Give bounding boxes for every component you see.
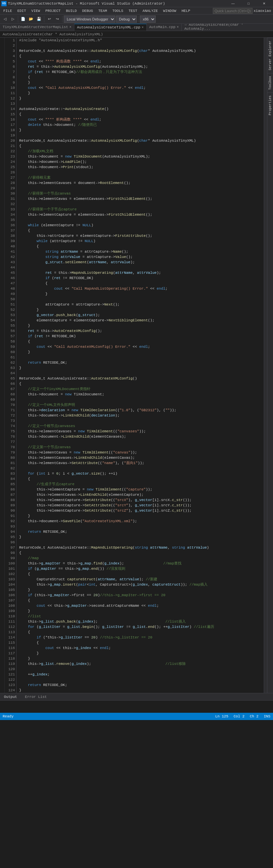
menu-window[interactable]: WINDOW [161,8,179,13]
line-number: 17 [6,122,15,127]
breakpoint-margin [0,38,5,693]
line-number: 2 [6,43,15,48]
window-title: TinyXMLEnumStructVectorMapList - Microso… [8,2,225,6]
code-line [19,133,261,138]
line-number: 103 [6,577,15,582]
app-window: VS TinyXMLEnumStructVectorMapList - Micr… [0,0,273,720]
code-line: //获得第一个子节点capture [19,207,261,212]
tab-cpp-close[interactable]: × [142,26,144,29]
quick-launch-input[interactable] [213,8,252,14]
code-line: //加载XML文档 [19,149,261,154]
code-line: for (g_listIter = g_list.begin(); g_list… [19,624,261,629]
nav-label: → AutoAnalysisCreate(char * AutoAnaly... [184,24,270,31]
code-line: AutoAnalysisCreate::~AutoAnalysisCreate(… [19,106,261,112]
toolbox-tab[interactable]: Toolbox [267,73,273,92]
line-number: 84 [6,476,15,482]
line-number: 86 [6,487,15,492]
open-file-button[interactable]: 📂 [27,16,35,23]
line-number: 98 [6,550,15,556]
menu-tools[interactable]: TOOLS [110,8,126,13]
code-line: //定义一个XML文件头部声明 [19,402,261,408]
properties-tab[interactable]: Properties [267,92,273,118]
scrollbar[interactable] [264,38,267,693]
menu-edit[interactable]: EDIT [14,8,28,13]
line-number: 109 [6,609,15,614]
menu-analyze[interactable]: ANALYZE [140,8,160,13]
line-number: 110 [6,614,15,619]
menu-debug[interactable]: DEBUG [79,8,95,13]
code-line [19,439,261,444]
line-number: 121 [6,672,15,677]
line-number: 78 [6,444,15,450]
line-number: 41 [6,249,15,254]
platform-dropdown[interactable]: Debug [116,16,137,23]
code-line: //获得根元素 [19,175,261,180]
line-number: 88 [6,497,15,503]
error-list-tab[interactable]: Error List [21,693,51,700]
code-line [19,466,261,471]
code-line [19,43,261,48]
line-number: 42 [6,254,15,259]
line-number: 85 [6,482,15,487]
menu-team[interactable]: TEAM [95,8,110,13]
close-button[interactable]: ✕ [256,0,272,7]
new-file-button[interactable]: 📄 [20,16,27,23]
output-tab[interactable]: Output [0,693,21,700]
code-line: { [19,381,261,386]
tab-main[interactable]: AutoMain.cpp × [147,24,182,31]
code-editor[interactable]: #include "AutoAnalysisCreateTinyXML.h" R… [17,38,264,693]
line-number: 36 [6,223,15,228]
code-line: { [19,112,261,117]
menu-build[interactable]: BUILD [63,8,79,13]
line-numbers: 1234567891011121314151617181920212223242… [5,38,17,693]
code-line: cout << "*** 析构函数 ***" << endl; [19,117,261,122]
tab-header-file-close[interactable]: × [69,25,71,29]
redo-button[interactable]: ↪ [54,16,61,23]
code-line: this->document->SaveFile("AutoCreateTiny… [19,519,261,524]
line-number: 34 [6,212,15,217]
code-line [19,170,261,175]
line-number: 12 [6,96,15,101]
debugger-dropdown[interactable]: Local Windows Debugger [64,16,115,23]
menu-file[interactable]: FILE [1,8,14,13]
code-line: ReturnCode_t AutoAnalysisCreate::AutoCre… [19,376,261,381]
code-line [19,524,261,529]
code-line: } [19,91,261,96]
line-number: 20 [6,138,15,143]
forward-button[interactable]: ▷ [9,16,17,23]
minimize-button[interactable]: — [225,0,241,7]
menu-help[interactable]: HELP [179,8,193,13]
menu-test[interactable]: TEST [126,8,140,13]
code-line: } [19,587,261,593]
nav-breadcrumb-tab: → AutoAnalysisCreate(char * AutoAnaly... [182,24,273,31]
tab-main-close[interactable]: × [177,25,179,29]
code-line: this->document->Print(stdout); [19,164,261,170]
code-line: { [19,640,261,645]
line-number: 107 [6,598,15,603]
code-line: this->document = new TiXmlDocument; [19,392,261,397]
server-explorer-tab[interactable]: Server Explorer [267,38,273,73]
line-number: 112 [6,624,15,629]
line-number: 16 [6,117,15,122]
menu-project[interactable]: PROJECT [43,8,63,13]
save-button[interactable]: 💾 [35,16,43,23]
code-line: for (int i = 0; i < g_vector.size(); ++i… [19,471,261,476]
line-number: 89 [6,503,15,508]
line-number: 48 [6,286,15,291]
config-dropdown[interactable]: x86 [140,16,156,23]
line-number: 104 [6,582,15,587]
code-line: { [19,54,261,59]
line-number: 49 [6,291,15,297]
undo-button[interactable]: ↩ [46,16,53,23]
maximize-button[interactable]: □ [241,0,256,7]
line-number: 44 [6,265,15,270]
menu-view[interactable]: VIEW [29,8,43,13]
code-line: } [19,656,261,661]
code-line: //定义第一个节点canvas [19,444,261,450]
line-number: 28 [6,180,15,186]
tab-header-file[interactable]: TinyXMLEnumStructVectorMapList × [0,24,74,31]
line-number: 70 [6,402,15,408]
back-button[interactable]: ◁ [1,16,8,23]
code-line: { [19,476,261,482]
tab-cpp-active[interactable]: AutoAnalysisCreateTinyXML.cpp × [74,24,146,31]
